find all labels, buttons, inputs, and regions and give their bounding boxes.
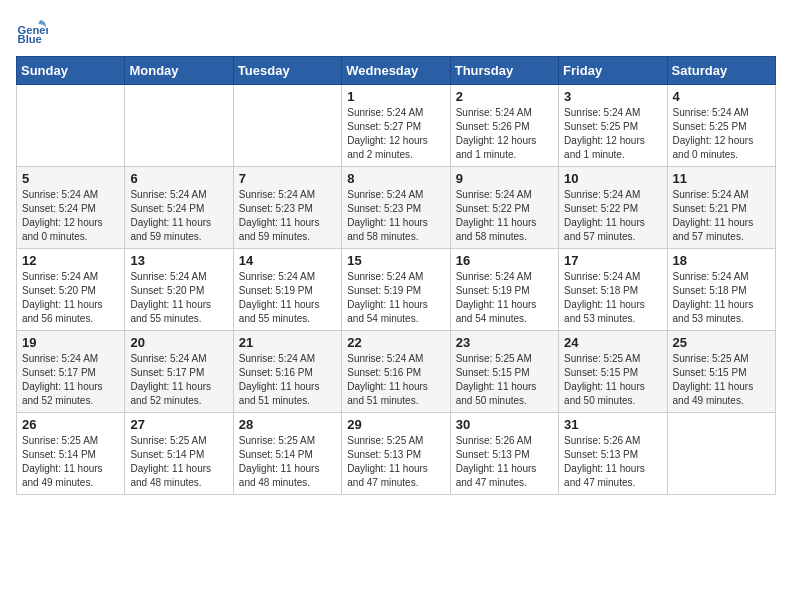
day-info: Sunrise: 5:25 AM Sunset: 5:15 PM Dayligh… (564, 352, 661, 408)
calendar-cell: 13Sunrise: 5:24 AM Sunset: 5:20 PM Dayli… (125, 249, 233, 331)
day-number: 31 (564, 417, 661, 432)
day-info: Sunrise: 5:25 AM Sunset: 5:15 PM Dayligh… (456, 352, 553, 408)
day-info: Sunrise: 5:24 AM Sunset: 5:24 PM Dayligh… (22, 188, 119, 244)
day-number: 18 (673, 253, 770, 268)
calendar-cell: 22Sunrise: 5:24 AM Sunset: 5:16 PM Dayli… (342, 331, 450, 413)
day-number: 30 (456, 417, 553, 432)
day-number: 15 (347, 253, 444, 268)
day-info: Sunrise: 5:24 AM Sunset: 5:27 PM Dayligh… (347, 106, 444, 162)
day-number: 4 (673, 89, 770, 104)
day-info: Sunrise: 5:24 AM Sunset: 5:24 PM Dayligh… (130, 188, 227, 244)
calendar-cell: 28Sunrise: 5:25 AM Sunset: 5:14 PM Dayli… (233, 413, 341, 495)
day-info: Sunrise: 5:25 AM Sunset: 5:15 PM Dayligh… (673, 352, 770, 408)
calendar-week-row: 19Sunrise: 5:24 AM Sunset: 5:17 PM Dayli… (17, 331, 776, 413)
calendar-week-row: 1Sunrise: 5:24 AM Sunset: 5:27 PM Daylig… (17, 85, 776, 167)
calendar-cell: 16Sunrise: 5:24 AM Sunset: 5:19 PM Dayli… (450, 249, 558, 331)
calendar-day-header: Thursday (450, 57, 558, 85)
day-info: Sunrise: 5:25 AM Sunset: 5:14 PM Dayligh… (22, 434, 119, 490)
calendar-cell: 18Sunrise: 5:24 AM Sunset: 5:18 PM Dayli… (667, 249, 775, 331)
day-number: 10 (564, 171, 661, 186)
calendar-cell: 29Sunrise: 5:25 AM Sunset: 5:13 PM Dayli… (342, 413, 450, 495)
calendar-cell: 31Sunrise: 5:26 AM Sunset: 5:13 PM Dayli… (559, 413, 667, 495)
calendar-week-row: 26Sunrise: 5:25 AM Sunset: 5:14 PM Dayli… (17, 413, 776, 495)
calendar-week-row: 5Sunrise: 5:24 AM Sunset: 5:24 PM Daylig… (17, 167, 776, 249)
calendar-cell: 17Sunrise: 5:24 AM Sunset: 5:18 PM Dayli… (559, 249, 667, 331)
day-number: 1 (347, 89, 444, 104)
calendar-cell (17, 85, 125, 167)
calendar-cell: 23Sunrise: 5:25 AM Sunset: 5:15 PM Dayli… (450, 331, 558, 413)
calendar-cell: 24Sunrise: 5:25 AM Sunset: 5:15 PM Dayli… (559, 331, 667, 413)
calendar-table: SundayMondayTuesdayWednesdayThursdayFrid… (16, 56, 776, 495)
day-number: 24 (564, 335, 661, 350)
day-number: 6 (130, 171, 227, 186)
calendar-cell: 5Sunrise: 5:24 AM Sunset: 5:24 PM Daylig… (17, 167, 125, 249)
calendar-cell: 4Sunrise: 5:24 AM Sunset: 5:25 PM Daylig… (667, 85, 775, 167)
day-number: 13 (130, 253, 227, 268)
calendar-cell: 15Sunrise: 5:24 AM Sunset: 5:19 PM Dayli… (342, 249, 450, 331)
logo-icon: General Blue (16, 16, 48, 48)
day-number: 21 (239, 335, 336, 350)
day-info: Sunrise: 5:24 AM Sunset: 5:26 PM Dayligh… (456, 106, 553, 162)
day-number: 16 (456, 253, 553, 268)
day-info: Sunrise: 5:24 AM Sunset: 5:23 PM Dayligh… (239, 188, 336, 244)
calendar-cell (233, 85, 341, 167)
calendar-day-header: Friday (559, 57, 667, 85)
calendar-cell: 1Sunrise: 5:24 AM Sunset: 5:27 PM Daylig… (342, 85, 450, 167)
day-info: Sunrise: 5:24 AM Sunset: 5:22 PM Dayligh… (564, 188, 661, 244)
calendar-cell: 11Sunrise: 5:24 AM Sunset: 5:21 PM Dayli… (667, 167, 775, 249)
day-info: Sunrise: 5:24 AM Sunset: 5:18 PM Dayligh… (673, 270, 770, 326)
day-number: 23 (456, 335, 553, 350)
calendar-cell: 3Sunrise: 5:24 AM Sunset: 5:25 PM Daylig… (559, 85, 667, 167)
calendar-cell: 20Sunrise: 5:24 AM Sunset: 5:17 PM Dayli… (125, 331, 233, 413)
day-number: 2 (456, 89, 553, 104)
calendar-cell: 26Sunrise: 5:25 AM Sunset: 5:14 PM Dayli… (17, 413, 125, 495)
calendar-cell: 7Sunrise: 5:24 AM Sunset: 5:23 PM Daylig… (233, 167, 341, 249)
day-number: 29 (347, 417, 444, 432)
calendar-cell: 12Sunrise: 5:24 AM Sunset: 5:20 PM Dayli… (17, 249, 125, 331)
calendar-cell: 19Sunrise: 5:24 AM Sunset: 5:17 PM Dayli… (17, 331, 125, 413)
calendar-cell: 6Sunrise: 5:24 AM Sunset: 5:24 PM Daylig… (125, 167, 233, 249)
day-number: 22 (347, 335, 444, 350)
calendar-cell: 21Sunrise: 5:24 AM Sunset: 5:16 PM Dayli… (233, 331, 341, 413)
calendar-cell: 2Sunrise: 5:24 AM Sunset: 5:26 PM Daylig… (450, 85, 558, 167)
day-info: Sunrise: 5:26 AM Sunset: 5:13 PM Dayligh… (456, 434, 553, 490)
calendar-day-header: Monday (125, 57, 233, 85)
day-number: 17 (564, 253, 661, 268)
calendar-cell (667, 413, 775, 495)
day-number: 5 (22, 171, 119, 186)
day-number: 12 (22, 253, 119, 268)
day-number: 20 (130, 335, 227, 350)
calendar-cell: 30Sunrise: 5:26 AM Sunset: 5:13 PM Dayli… (450, 413, 558, 495)
day-info: Sunrise: 5:24 AM Sunset: 5:23 PM Dayligh… (347, 188, 444, 244)
day-info: Sunrise: 5:24 AM Sunset: 5:18 PM Dayligh… (564, 270, 661, 326)
day-info: Sunrise: 5:24 AM Sunset: 5:20 PM Dayligh… (22, 270, 119, 326)
day-info: Sunrise: 5:24 AM Sunset: 5:19 PM Dayligh… (347, 270, 444, 326)
day-info: Sunrise: 5:24 AM Sunset: 5:25 PM Dayligh… (564, 106, 661, 162)
day-number: 8 (347, 171, 444, 186)
day-info: Sunrise: 5:26 AM Sunset: 5:13 PM Dayligh… (564, 434, 661, 490)
day-info: Sunrise: 5:25 AM Sunset: 5:14 PM Dayligh… (130, 434, 227, 490)
day-number: 25 (673, 335, 770, 350)
day-info: Sunrise: 5:24 AM Sunset: 5:21 PM Dayligh… (673, 188, 770, 244)
day-info: Sunrise: 5:24 AM Sunset: 5:20 PM Dayligh… (130, 270, 227, 326)
day-info: Sunrise: 5:24 AM Sunset: 5:25 PM Dayligh… (673, 106, 770, 162)
day-info: Sunrise: 5:24 AM Sunset: 5:16 PM Dayligh… (347, 352, 444, 408)
day-info: Sunrise: 5:24 AM Sunset: 5:17 PM Dayligh… (130, 352, 227, 408)
day-number: 28 (239, 417, 336, 432)
calendar-day-header: Saturday (667, 57, 775, 85)
day-info: Sunrise: 5:24 AM Sunset: 5:19 PM Dayligh… (239, 270, 336, 326)
day-number: 11 (673, 171, 770, 186)
calendar-day-header: Wednesday (342, 57, 450, 85)
day-number: 27 (130, 417, 227, 432)
day-number: 3 (564, 89, 661, 104)
day-info: Sunrise: 5:24 AM Sunset: 5:22 PM Dayligh… (456, 188, 553, 244)
day-number: 26 (22, 417, 119, 432)
calendar-cell: 10Sunrise: 5:24 AM Sunset: 5:22 PM Dayli… (559, 167, 667, 249)
day-number: 7 (239, 171, 336, 186)
day-number: 9 (456, 171, 553, 186)
day-info: Sunrise: 5:25 AM Sunset: 5:13 PM Dayligh… (347, 434, 444, 490)
day-info: Sunrise: 5:25 AM Sunset: 5:14 PM Dayligh… (239, 434, 336, 490)
logo: General Blue (16, 16, 52, 48)
day-info: Sunrise: 5:24 AM Sunset: 5:19 PM Dayligh… (456, 270, 553, 326)
day-info: Sunrise: 5:24 AM Sunset: 5:17 PM Dayligh… (22, 352, 119, 408)
